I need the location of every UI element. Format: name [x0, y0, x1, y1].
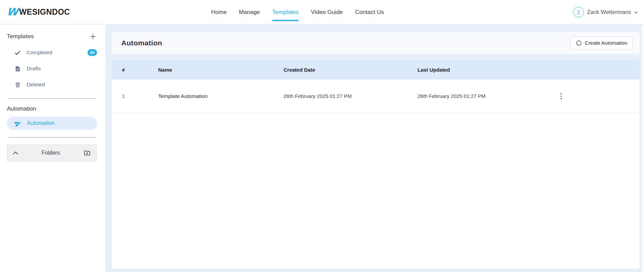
page-header-panel: Automation Create Automation	[112, 32, 640, 54]
column-header-index: #	[122, 60, 125, 80]
user-menu[interactable]: Z Zack Wettermans	[573, 0, 638, 24]
sidebar-divider	[9, 98, 96, 99]
scrollbar[interactable]	[641, 25, 644, 272]
sidebar: Templates Completed 40	[0, 25, 106, 272]
sidebar-item-label: Automation	[27, 120, 55, 126]
kebab-menu-icon[interactable]	[555, 80, 567, 113]
completed-count-badge: 40	[87, 49, 97, 56]
table-header-row: # Name Created Date Last Updated	[112, 60, 640, 80]
column-header-created-date: Created Date	[284, 60, 315, 80]
create-automation-label: Create Automation	[585, 40, 627, 46]
folders-toggle[interactable]: Folders	[7, 144, 97, 161]
row-index: 1	[122, 80, 125, 113]
user-name: Zack Wettermans	[587, 9, 631, 15]
avatar: Z	[573, 7, 584, 17]
plus-icon	[89, 33, 97, 40]
check-icon	[14, 49, 21, 56]
send-icon	[13, 118, 23, 128]
row-created-date: 26th February 2025 01:27 PM	[284, 80, 352, 113]
nav-item-templates[interactable]: Templates	[272, 0, 299, 24]
draft-file-icon	[14, 66, 21, 72]
top-navbar: W WESIGNDOC Home Manage Templates Video …	[0, 0, 644, 24]
nav-item-contact-us[interactable]: Contact Us	[355, 0, 384, 24]
column-header-name: Name	[158, 60, 172, 80]
trash-icon	[14, 82, 21, 88]
brand-logo-text: WESIGNDOC	[19, 8, 70, 17]
main-content: Automation Create Automation # Name Crea…	[106, 25, 644, 272]
sidebar-automation-heading: Automation	[7, 105, 97, 112]
sidebar-templates-heading: Templates	[7, 33, 34, 40]
folder-plus-icon[interactable]	[83, 149, 91, 157]
main-nav: Home Manage Templates Video Guide Contac…	[211, 0, 384, 24]
sidebar-item-deleted[interactable]: Deleted	[7, 80, 97, 89]
folders-label: Folders	[42, 150, 60, 156]
create-automation-button[interactable]: Create Automation	[570, 37, 633, 49]
sidebar-item-label: Deleted	[27, 82, 45, 88]
nav-item-video-guide[interactable]: Video Guide	[311, 0, 343, 24]
row-last-updated: 26th February 2025 01:27 PM	[417, 80, 485, 113]
brand-logo[interactable]: W WESIGNDOC	[0, 7, 70, 17]
sidebar-item-label: Completed	[27, 49, 52, 56]
table-row[interactable]: 1 Template Automation 26th February 2025…	[112, 80, 640, 113]
sidebar-divider	[9, 137, 96, 138]
automation-table: # Name Created Date Last Updated 1 Templ…	[112, 60, 640, 269]
add-template-button[interactable]	[89, 32, 97, 41]
sidebar-item-automation[interactable]: Automation	[7, 117, 97, 130]
sidebar-item-label: Drafts	[27, 66, 41, 72]
sidebar-item-drafts[interactable]: Drafts	[7, 64, 97, 73]
row-name: Template Automation	[158, 80, 208, 113]
nav-item-home[interactable]: Home	[211, 0, 227, 24]
chevron-up-icon[interactable]	[13, 151, 18, 155]
brand-logo-mark: W	[6, 7, 19, 17]
nav-item-manage[interactable]: Manage	[239, 0, 260, 24]
chevron-down-icon	[634, 11, 638, 14]
page-title: Automation	[121, 39, 162, 47]
automation-circle-icon	[576, 40, 582, 46]
column-header-last-updated: Last Updated	[417, 60, 450, 80]
sidebar-item-completed[interactable]: Completed 40	[7, 48, 97, 57]
